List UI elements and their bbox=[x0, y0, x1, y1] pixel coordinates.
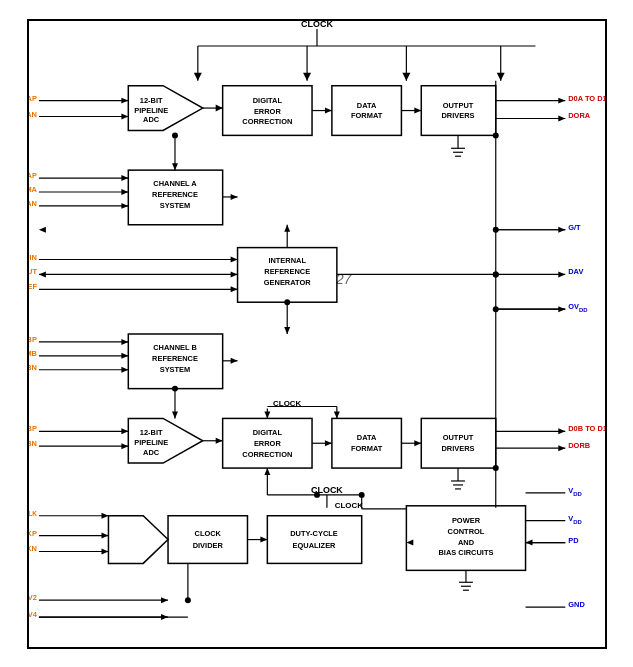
label-inbp: INBP bbox=[29, 424, 37, 433]
svg-marker-132 bbox=[333, 411, 339, 418]
svg-marker-60 bbox=[230, 256, 237, 262]
svg-text:DUTY-CYCLE: DUTY-CYCLE bbox=[290, 528, 338, 537]
svg-marker-8 bbox=[402, 72, 410, 80]
svg-marker-24 bbox=[324, 107, 331, 113]
svg-point-126 bbox=[172, 385, 178, 391]
svg-text:SYSTEM: SYSTEM bbox=[159, 200, 190, 209]
svg-text:DIVIDER: DIVIDER bbox=[192, 540, 223, 549]
svg-text:REFERENCE: REFERENCE bbox=[264, 267, 310, 276]
label-dav: DAV bbox=[568, 267, 583, 276]
svg-text:CHANNEL A: CHANNEL A bbox=[153, 179, 197, 188]
svg-text:CORRECTION: CORRECTION bbox=[242, 117, 292, 126]
svg-text:EQUALIZER: EQUALIZER bbox=[292, 540, 336, 549]
svg-text:12-BIT: 12-BIT bbox=[139, 428, 162, 437]
label-div2: DIV2 bbox=[29, 593, 37, 602]
svg-marker-106 bbox=[324, 440, 331, 446]
svg-point-175 bbox=[492, 271, 498, 277]
svg-marker-47 bbox=[121, 175, 128, 181]
svg-point-54 bbox=[172, 132, 178, 138]
svg-marker-63 bbox=[230, 271, 237, 277]
label-shref: SHREF bbox=[29, 282, 37, 291]
label-d0b: D0B TO D11B bbox=[568, 424, 605, 433]
svg-point-173 bbox=[492, 132, 498, 138]
svg-marker-138 bbox=[101, 512, 108, 518]
svg-text:OUTPUT: OUTPUT bbox=[442, 433, 473, 442]
svg-marker-136 bbox=[108, 515, 168, 563]
label-ovdd: OVDD bbox=[568, 302, 588, 313]
label-refbn: REFBN bbox=[29, 362, 37, 371]
label-clkp: CLKP bbox=[29, 528, 37, 537]
svg-marker-51 bbox=[121, 202, 128, 208]
svg-marker-35 bbox=[558, 97, 565, 103]
svg-text:BIAS CIRCUITS: BIAS CIRCUITS bbox=[438, 548, 493, 557]
svg-marker-140 bbox=[101, 532, 108, 538]
svg-marker-37 bbox=[558, 115, 565, 121]
label-dorb: DORB bbox=[568, 441, 591, 450]
svg-text:GENERATOR: GENERATOR bbox=[263, 278, 310, 287]
svg-point-187 bbox=[314, 491, 320, 497]
label-vdd: VDD bbox=[568, 513, 582, 524]
svg-text:CONTROL: CONTROL bbox=[447, 526, 484, 535]
svg-text:POWER: POWER bbox=[451, 515, 480, 524]
svg-marker-125 bbox=[172, 411, 178, 418]
svg-text:FORMAT: FORMAT bbox=[351, 111, 383, 120]
label-refbp: REFBP bbox=[29, 334, 37, 343]
svg-text:INTERNAL: INTERNAL bbox=[268, 256, 306, 265]
svg-marker-78 bbox=[121, 338, 128, 344]
svg-text:DIGITAL: DIGITAL bbox=[252, 95, 282, 104]
svg-marker-62 bbox=[38, 271, 45, 277]
svg-marker-89 bbox=[230, 193, 237, 199]
svg-text:REFERENCE: REFERENCE bbox=[152, 353, 198, 362]
svg-marker-101 bbox=[215, 437, 222, 443]
svg-marker-29 bbox=[414, 107, 421, 113]
svg-marker-159 bbox=[525, 539, 532, 545]
diagram-container: MAX12527 CLOCK 12-BIT PIPELINE ADC DIGIT… bbox=[0, 0, 633, 667]
label-inan: INAN bbox=[29, 109, 37, 118]
label-d0a: D0A TO D11A bbox=[568, 93, 605, 102]
label-gnd: GND bbox=[568, 600, 585, 609]
svg-point-85 bbox=[284, 299, 290, 305]
svg-text:DATA: DATA bbox=[356, 100, 376, 109]
label-diffclk: DIFFCLK/SECLK bbox=[29, 509, 37, 516]
label-comb: COMB bbox=[29, 348, 38, 357]
svg-marker-49 bbox=[121, 189, 128, 195]
svg-text:DRIVERS: DRIVERS bbox=[441, 111, 474, 120]
svg-marker-87 bbox=[284, 224, 290, 231]
clock-b-label: CLOCK bbox=[273, 399, 301, 408]
svg-marker-65 bbox=[230, 286, 237, 292]
svg-text:OUTPUT: OUTPUT bbox=[442, 100, 473, 109]
label-pd: PD bbox=[568, 535, 579, 544]
svg-text:CLOCK: CLOCK bbox=[194, 528, 221, 537]
label-clkn: CLKN bbox=[29, 544, 37, 553]
svg-marker-123 bbox=[558, 445, 565, 451]
svg-text:AND: AND bbox=[457, 537, 474, 546]
label-refan: REFAN bbox=[29, 198, 37, 207]
diagram-inner: MAX12527 CLOCK 12-BIT PIPELINE ADC DIGIT… bbox=[27, 19, 607, 649]
svg-marker-147 bbox=[260, 536, 267, 542]
svg-text:DIGITAL: DIGITAL bbox=[252, 428, 282, 437]
label-refap: REFAP bbox=[29, 171, 37, 180]
svg-marker-181 bbox=[558, 306, 565, 312]
svg-point-170 bbox=[184, 597, 190, 603]
svg-marker-119 bbox=[121, 443, 128, 449]
svg-marker-166 bbox=[161, 597, 168, 603]
svg-marker-9 bbox=[496, 72, 504, 80]
svg-marker-186 bbox=[264, 468, 270, 475]
label-div4: DIV4 bbox=[29, 610, 38, 619]
svg-text:ADC: ADC bbox=[143, 448, 160, 457]
svg-marker-121 bbox=[558, 428, 565, 434]
label-refout: REFOUT bbox=[29, 267, 37, 276]
svg-marker-80 bbox=[121, 352, 128, 358]
svg-marker-84 bbox=[284, 327, 290, 334]
svg-marker-117 bbox=[121, 428, 128, 434]
svg-text:FORMAT: FORMAT bbox=[351, 444, 383, 453]
svg-text:CHANNEL B: CHANNEL B bbox=[153, 342, 197, 351]
svg-marker-129 bbox=[264, 411, 270, 418]
svg-marker-142 bbox=[101, 548, 108, 554]
svg-marker-41 bbox=[121, 113, 128, 119]
svg-text:12-BIT: 12-BIT bbox=[139, 95, 162, 104]
label-vdd2: VDD bbox=[568, 485, 582, 496]
clock-dce-label: CLOCK bbox=[334, 500, 362, 509]
svg-text:PIPELINE: PIPELINE bbox=[134, 438, 168, 447]
svg-text:DRIVERS: DRIVERS bbox=[441, 444, 474, 453]
